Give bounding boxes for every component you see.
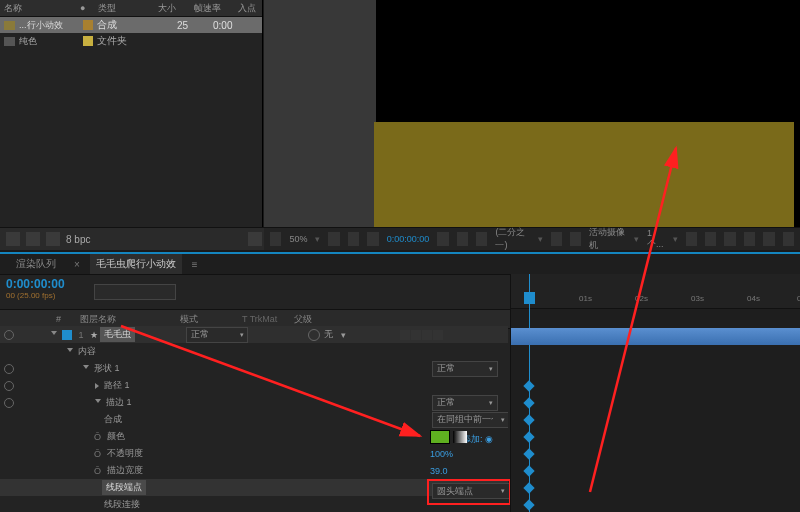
- snapshot-icon[interactable]: [437, 232, 448, 246]
- keyframe-icon[interactable]: [523, 397, 534, 408]
- channel-icon[interactable]: [457, 232, 468, 246]
- twirl-icon[interactable]: [51, 331, 57, 338]
- prop-path[interactable]: 路径 1: [0, 377, 508, 394]
- zoom-dropdown[interactable]: 50%: [289, 234, 307, 244]
- twirl-icon[interactable]: [83, 365, 89, 372]
- magnify-icon[interactable]: [270, 232, 281, 246]
- keyframe-icon[interactable]: [523, 499, 534, 510]
- shape-mode-dropdown[interactable]: 正常▾: [432, 361, 498, 377]
- annotation-box: [427, 479, 511, 505]
- twirl-icon[interactable]: [67, 348, 73, 355]
- share-icon[interactable]: [686, 232, 697, 246]
- stopwatch-icon[interactable]: Ŏ: [94, 466, 101, 476]
- roi-icon[interactable]: [551, 232, 562, 246]
- layer-switches[interactable]: [400, 328, 500, 342]
- twirl-icon[interactable]: [95, 399, 101, 406]
- keyframe-icon[interactable]: [523, 482, 534, 493]
- col-tag[interactable]: ●: [76, 0, 94, 16]
- prop-shape-group[interactable]: 形状 1 正常▾: [0, 360, 508, 377]
- stroke-width-value[interactable]: 39.0: [430, 466, 448, 476]
- col-layer-name[interactable]: 图层名称: [80, 313, 180, 326]
- current-time[interactable]: 0:00:00:00: [387, 234, 430, 244]
- prop-contents[interactable]: 内容 添加: ◉: [0, 343, 508, 360]
- layer-name[interactable]: 毛毛虫: [100, 327, 135, 342]
- views-dropdown[interactable]: 1个...: [647, 228, 665, 251]
- pickwhip-icon[interactable]: [308, 329, 320, 341]
- twirl-icon[interactable]: [95, 383, 99, 389]
- transparency-icon[interactable]: [570, 232, 581, 246]
- project-item-comp[interactable]: ...行小动效 合成 25 0:00: [0, 17, 262, 33]
- col-in[interactable]: 入点: [234, 0, 262, 16]
- prop-label: 线段端点: [102, 480, 146, 495]
- tab-composition[interactable]: 毛毛虫爬行小动效: [90, 254, 182, 274]
- fast-preview-icon[interactable]: [724, 232, 735, 246]
- visibility-toggle[interactable]: [4, 330, 14, 340]
- composite-dropdown[interactable]: 在同组中前一个之下▾: [432, 412, 508, 428]
- ruler-tick: 03s: [691, 294, 704, 303]
- label-swatch[interactable]: [83, 36, 93, 46]
- keyframe-icon[interactable]: [523, 380, 534, 391]
- prop-stroke[interactable]: 描边 1 正常▾: [0, 394, 508, 411]
- keyframe-icon[interactable]: [523, 414, 534, 425]
- timeline-icon[interactable]: [744, 232, 755, 246]
- keyframe-icon[interactable]: [523, 431, 534, 442]
- color-swatch[interactable]: [430, 430, 450, 444]
- project-footer: 8 bpc: [0, 227, 268, 250]
- resolution-icon[interactable]: [328, 232, 339, 246]
- bpc-toggle[interactable]: 8 bpc: [66, 234, 90, 245]
- prop-stroke-width[interactable]: Ŏ 描边宽度 39.0: [0, 462, 508, 479]
- label-swatch[interactable]: [62, 330, 72, 340]
- col-trkmat[interactable]: T TrkMat: [242, 314, 294, 324]
- new-comp-icon[interactable]: [46, 232, 60, 246]
- visibility-toggle[interactable]: [4, 364, 14, 374]
- stopwatch-icon[interactable]: Ŏ: [94, 449, 101, 459]
- stroke-mode-dropdown[interactable]: 正常▾: [432, 395, 498, 411]
- blend-mode-dropdown[interactable]: 正常▾: [186, 327, 248, 343]
- shy-icon[interactable]: [186, 285, 200, 299]
- visibility-toggle[interactable]: [4, 381, 14, 391]
- interpret-icon[interactable]: [6, 232, 20, 246]
- stopwatch-icon[interactable]: Ŏ: [94, 432, 101, 442]
- pixel-aspect-icon[interactable]: [705, 232, 716, 246]
- viewer-canvas[interactable]: [264, 0, 800, 228]
- mask-icon[interactable]: [367, 232, 378, 246]
- prop-opacity[interactable]: Ŏ 不透明度 100%: [0, 445, 508, 462]
- col-size[interactable]: 大小: [154, 0, 190, 16]
- camera-dropdown[interactable]: 活动摄像机: [589, 226, 626, 252]
- new-folder-icon[interactable]: [26, 232, 40, 246]
- col-fps[interactable]: 帧速率: [190, 0, 234, 16]
- grid-icon[interactable]: [348, 232, 359, 246]
- keyframe-icon[interactable]: [523, 448, 534, 459]
- col-mode[interactable]: 模式: [180, 313, 242, 326]
- resolution-dropdown[interactable]: (二分之一): [495, 226, 529, 252]
- item-type: 文件夹: [97, 34, 149, 48]
- trash-icon[interactable]: [248, 232, 262, 246]
- flowchart-icon[interactable]: [763, 232, 774, 246]
- time-ruler[interactable]: 01s 02s 03s 04s 05s: [511, 274, 800, 309]
- color-value[interactable]: [430, 430, 467, 444]
- prop-composite[interactable]: 合成 在同组中前一个之下▾: [0, 411, 508, 428]
- layer-row[interactable]: 1 ★ 毛毛虫 正常▾ 无 ▾: [0, 326, 508, 343]
- col-type[interactable]: 类型: [94, 0, 154, 16]
- prop-color[interactable]: Ŏ 颜色: [0, 428, 508, 445]
- label-swatch[interactable]: [83, 20, 93, 30]
- layer-duration-bar[interactable]: [511, 328, 800, 345]
- parent-dropdown[interactable]: 无 ▾: [308, 328, 368, 342]
- tab-menu-icon[interactable]: ≡: [192, 259, 198, 270]
- viewer-toolbar: 50%▾ 0:00:00:00 (二分之一)▾ 活动摄像机▾ 1个...▾: [264, 227, 800, 250]
- layer-search-input[interactable]: [94, 284, 176, 300]
- timeline-graph[interactable]: 01s 02s 03s 04s 05s: [510, 274, 800, 512]
- col-name[interactable]: 名称: [0, 0, 76, 16]
- col-parent[interactable]: 父级: [294, 313, 354, 326]
- opacity-value[interactable]: 100%: [430, 449, 453, 459]
- keyframe-icon[interactable]: [523, 465, 534, 476]
- col-index[interactable]: #: [56, 314, 80, 324]
- reset-exposure-icon[interactable]: [783, 232, 794, 246]
- tab-render-queue[interactable]: 渲染队列: [10, 254, 62, 274]
- current-timecode[interactable]: 0:00:00:00: [6, 277, 88, 291]
- eyedropper-icon[interactable]: [453, 431, 467, 443]
- ruler-tick: 01s: [579, 294, 592, 303]
- project-item-folder[interactable]: 纯色 文件夹: [0, 33, 262, 49]
- visibility-toggle[interactable]: [4, 398, 14, 408]
- exposure-icon[interactable]: [476, 232, 487, 246]
